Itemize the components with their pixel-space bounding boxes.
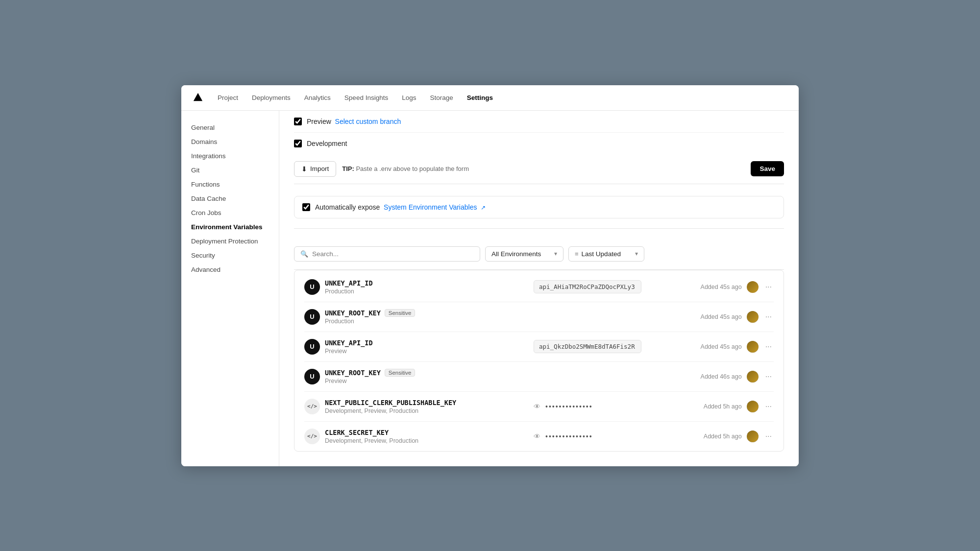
env-name-row: NEXT_PUBLIC_CLERK_PUBLISHABLE_KEY (325, 399, 529, 407)
env-value-masked: •••••••••••••• (545, 432, 593, 440)
env-var-name: UNKEY_API_ID (325, 279, 373, 287)
save-button[interactable]: Save (751, 161, 784, 176)
table-row: U UNKEY_ROOT_KEY Sensitive Preview Added… (304, 362, 774, 392)
logo[interactable] (191, 91, 205, 104)
environments-dropdown-label: All Environments (491, 250, 541, 258)
more-options-button[interactable]: ··· (763, 282, 774, 292)
nav-storage[interactable]: Storage (425, 91, 458, 104)
env-vars-list: U UNKEY_API_ID Production api_AHiaTM2RoC… (294, 270, 784, 452)
environments-dropdown[interactable]: All Environments ▾ (485, 246, 564, 262)
avatar: </> (304, 429, 320, 444)
tip-text: TIP: Paste a .env above to populate the … (342, 165, 469, 172)
env-name-row: CLERK_SECRET_KEY (325, 429, 529, 436)
user-avatar (747, 341, 759, 353)
sidebar-item-domains[interactable]: Domains (181, 135, 279, 149)
env-info: UNKEY_ROOT_KEY Sensitive Preview (325, 369, 529, 384)
sidebar-item-functions[interactable]: Functions (181, 177, 279, 192)
select-custom-branch-link[interactable]: Select custom branch (335, 118, 401, 125)
nav-settings[interactable]: Settings (462, 91, 498, 104)
nav-analytics[interactable]: Analytics (299, 91, 336, 104)
env-time: Added 45s ago (701, 343, 742, 350)
avatar: U (304, 369, 320, 384)
sidebar-item-security[interactable]: Security (181, 248, 279, 263)
env-value-wrap: api_AHiaTM2RoCPaZDQocPXLy3 (534, 280, 661, 293)
env-var-name: UNKEY_API_ID (325, 339, 373, 347)
env-time: Added 5h ago (704, 403, 742, 410)
auto-expose-label: Automatically expose System Environment … (315, 203, 486, 211)
user-avatar (747, 311, 759, 323)
sidebar-item-data-cache[interactable]: Data Cache (181, 192, 279, 206)
avatar: </> (304, 399, 320, 414)
avatar: U (304, 339, 320, 355)
sidebar: General Domains Integrations Git Functio… (181, 111, 279, 466)
import-button[interactable]: ⬇ Import (294, 161, 336, 177)
search-input[interactable] (312, 250, 474, 258)
table-row: </> NEXT_PUBLIC_CLERK_PUBLISHABLE_KEY De… (304, 392, 774, 422)
development-checkbox-row: Development (294, 133, 784, 154)
env-meta: Added 45s ago ··· (666, 281, 774, 293)
sensitive-badge: Sensitive (385, 369, 416, 377)
chevron-down-icon: ▾ (554, 250, 557, 257)
nav-deployments[interactable]: Deployments (247, 91, 295, 104)
env-info: UNKEY_ROOT_KEY Sensitive Production (325, 309, 529, 325)
env-value-wrap: 👁 •••••••••••••• (534, 432, 661, 440)
preview-checkbox[interactable] (294, 118, 302, 125)
user-avatar (747, 401, 759, 412)
sidebar-item-integrations[interactable]: Integrations (181, 149, 279, 163)
env-environment: Preview (325, 378, 529, 384)
import-icon: ⬇ (301, 165, 307, 173)
env-environment: Development, Preview, Production (325, 437, 529, 444)
env-value-masked: •••••••••••••• (545, 403, 593, 410)
more-options-button[interactable]: ··· (763, 371, 774, 382)
env-name-row: UNKEY_ROOT_KEY Sensitive (325, 369, 529, 377)
sidebar-item-advanced[interactable]: Advanced (181, 263, 279, 277)
system-env-vars-link[interactable]: System Environment Variables (384, 203, 477, 211)
top-nav: Project Deployments Analytics Speed Insi… (181, 85, 799, 111)
env-time: Added 5h ago (704, 433, 742, 440)
sort-dropdown[interactable]: ≡ Last Updated ▾ (568, 246, 644, 262)
user-avatar (747, 371, 759, 383)
content-area: Preview Select custom branch Development… (279, 111, 799, 466)
env-environment: Preview (325, 348, 529, 355)
more-options-button[interactable]: ··· (763, 341, 774, 352)
main-layout: General Domains Integrations Git Functio… (181, 111, 799, 466)
sidebar-item-general[interactable]: General (181, 120, 279, 135)
import-bar: ⬇ Import TIP: Paste a .env above to popu… (294, 154, 784, 184)
nav-logs[interactable]: Logs (397, 91, 421, 104)
env-value-wrap: 👁 •••••••••••••• (534, 403, 661, 410)
env-name-row: UNKEY_ROOT_KEY Sensitive (325, 309, 529, 317)
more-options-button[interactable]: ··· (763, 401, 774, 412)
sidebar-item-cron-jobs[interactable]: Cron Jobs (181, 206, 279, 220)
sort-icon: ≡ (575, 250, 579, 258)
env-info: UNKEY_API_ID Preview (325, 339, 529, 355)
env-environment: Production (325, 288, 529, 295)
env-value: api_QkzDbo2SMWmE8dTA6Fis2R (534, 340, 641, 353)
sidebar-item-git[interactable]: Git (181, 163, 279, 177)
filter-row: 🔍 All Environments ▾ ≡ Last Updated ▾ (294, 239, 784, 270)
env-name-row: UNKEY_API_ID (325, 339, 529, 347)
user-avatar (747, 431, 759, 442)
search-wrap: 🔍 (294, 246, 480, 262)
more-options-button[interactable]: ··· (763, 431, 774, 442)
nav-project[interactable]: Project (213, 91, 243, 104)
env-environment: Development, Preview, Production (325, 407, 529, 414)
env-meta: Added 5h ago ··· (666, 431, 774, 442)
env-info: CLERK_SECRET_KEY Development, Preview, P… (325, 429, 529, 444)
env-value-wrap: api_QkzDbo2SMWmE8dTA6Fis2R (534, 340, 661, 353)
auto-expose-checkbox[interactable] (302, 203, 310, 211)
table-row: U UNKEY_API_ID Preview api_QkzDbo2SMWmE8… (304, 332, 774, 362)
env-vars-inner: U UNKEY_API_ID Production api_AHiaTM2RoC… (294, 270, 784, 451)
eye-icon[interactable]: 👁 (534, 403, 540, 410)
sidebar-item-env-vars[interactable]: Environment Variables (181, 220, 279, 234)
preview-checkbox-row: Preview Select custom branch (294, 111, 784, 133)
sidebar-item-deployment-protection[interactable]: Deployment Protection (181, 234, 279, 248)
env-meta: Added 45s ago ··· (666, 311, 774, 323)
development-checkbox[interactable] (294, 140, 302, 147)
eye-icon[interactable]: 👁 (534, 432, 540, 440)
env-var-name: UNKEY_ROOT_KEY (325, 309, 381, 317)
env-info: UNKEY_API_ID Production (325, 279, 529, 295)
sensitive-badge: Sensitive (385, 309, 416, 317)
more-options-button[interactable]: ··· (763, 311, 774, 322)
env-environment: Production (325, 318, 529, 325)
nav-speed-insights[interactable]: Speed Insights (340, 91, 393, 104)
